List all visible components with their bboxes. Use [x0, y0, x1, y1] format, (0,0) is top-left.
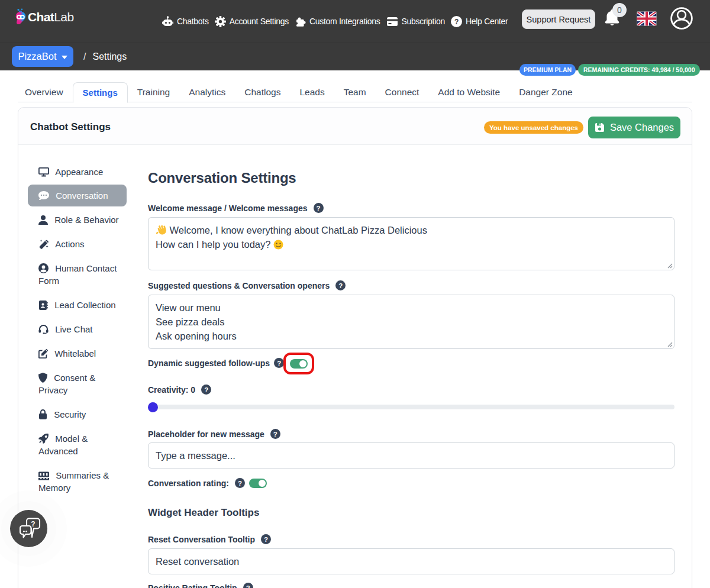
svg-text:?: ? [31, 520, 35, 528]
svg-text:?: ? [454, 17, 459, 25]
